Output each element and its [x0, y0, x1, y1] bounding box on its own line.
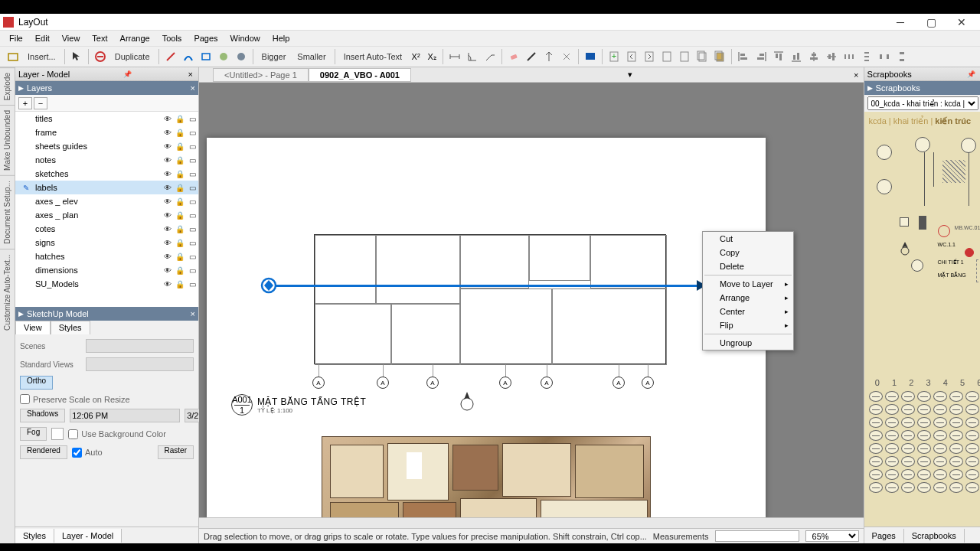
open-icon[interactable] [5, 48, 21, 65]
menu-tools[interactable]: Tools [156, 32, 188, 44]
duplicate-button[interactable]: Duplicate [109, 48, 155, 65]
section-marker-left[interactable] [260, 277, 277, 294]
lock-icon[interactable]: 🔒 [174, 170, 186, 178]
visibility-icon[interactable]: 👁 [162, 115, 174, 123]
scale-symbol[interactable] [869, 417, 883, 428]
scale-symbol[interactable] [933, 430, 947, 441]
layers-sub-close[interactable]: × [191, 83, 195, 93]
scrapbook-dropdown[interactable]: 00_kcda - khai triển : kcda | [867, 96, 978, 110]
scale-symbol[interactable] [965, 417, 979, 428]
page2-icon[interactable] [676, 48, 693, 65]
add-page-icon[interactable]: + [606, 48, 622, 65]
sketchup-sub-close[interactable]: × [191, 309, 195, 318]
visibility-icon[interactable]: 👁 [162, 184, 174, 192]
align-vcenter-icon[interactable] [805, 48, 822, 65]
scale-symbol[interactable] [917, 430, 931, 441]
share-icon[interactable]: ▭ [186, 129, 198, 137]
share-icon[interactable]: ▭ [186, 253, 198, 261]
lock-icon[interactable]: 🔒 [174, 184, 186, 192]
layer-row[interactable]: ✎ titles 👁 🔒 ▭ [15, 112, 198, 126]
remove-layer-button[interactable]: − [34, 97, 47, 109]
scale-symbol[interactable] [917, 456, 931, 467]
doc-tab-close[interactable]: × [849, 70, 863, 80]
scale-symbol[interactable] [965, 456, 979, 467]
select-tool[interactable] [68, 48, 85, 65]
scale-symbol[interactable] [965, 469, 979, 480]
ortho-button[interactable]: Ortho [20, 376, 53, 390]
layer-row[interactable]: ✎ notes 👁 🔒 ▭ [15, 153, 198, 167]
join-icon[interactable] [558, 48, 575, 65]
line-tool[interactable] [162, 48, 179, 65]
dim-linear-icon[interactable] [446, 48, 463, 65]
scrap-sub-header[interactable]: ▶ Scrapbooks × [864, 81, 980, 95]
visibility-icon[interactable]: 👁 [162, 225, 174, 233]
scale-symbol[interactable] [917, 404, 931, 415]
start-presentation-icon[interactable] [582, 48, 599, 65]
minimize-button[interactable]: ─ [885, 15, 916, 30]
scale-symbol[interactable] [885, 469, 899, 480]
share-icon[interactable]: ▭ [186, 225, 198, 233]
gutter-unbounded[interactable]: Make Unbounded [0, 105, 15, 175]
ctx-flip[interactable]: Flip [703, 318, 793, 332]
time-field[interactable] [70, 409, 180, 422]
lock-icon[interactable]: 🔒 [174, 239, 186, 247]
subscript-icon[interactable]: X₂ [424, 48, 439, 65]
menu-pages[interactable]: Pages [188, 32, 224, 44]
layer-row[interactable]: ✎ hatches 👁 🔒 ▭ [15, 249, 198, 263]
scale-symbol[interactable] [869, 443, 883, 454]
add-layer-button[interactable]: + [18, 97, 32, 109]
label-tool-icon[interactable] [482, 48, 498, 65]
scale-symbol[interactable] [885, 404, 899, 415]
fog-button[interactable]: Fog [20, 427, 47, 441]
scale-symbol[interactable] [869, 482, 883, 493]
scale-symbol[interactable] [949, 417, 963, 428]
scale-symbol[interactable] [965, 443, 979, 454]
section-line[interactable] [266, 285, 707, 287]
lock-icon[interactable]: 🔒 [174, 129, 186, 137]
scale-symbol[interactable] [917, 469, 931, 480]
ctx-arrange[interactable]: Arrange [703, 291, 793, 305]
footer-tab-layermodel[interactable]: Layer - Model [54, 529, 122, 543]
scale-symbol[interactable] [901, 443, 915, 454]
lock-icon[interactable]: 🔒 [174, 156, 186, 165]
visibility-icon[interactable]: 👁 [162, 211, 174, 220]
auto-checkbox[interactable]: Auto [72, 448, 103, 458]
scale-symbol[interactable] [917, 482, 931, 493]
autotext-button[interactable]: Insert Auto-Text [338, 48, 407, 65]
insert-button[interactable]: Insert... [22, 48, 61, 65]
align-bottom-icon[interactable] [788, 48, 805, 65]
lock-icon[interactable]: 🔒 [174, 280, 186, 289]
scale-symbol[interactable] [869, 430, 883, 441]
scrapbook-canvas[interactable]: kcda | khai triển | kiến trúc [864, 112, 980, 527]
share-icon[interactable]: ▭ [186, 170, 198, 178]
scale-symbol[interactable] [965, 404, 979, 415]
page3-icon[interactable] [694, 48, 710, 65]
maximize-button[interactable]: ▢ [916, 15, 946, 30]
scrap-panel-header[interactable]: Scrapbooks 📌 × [864, 67, 980, 81]
scale-symbol[interactable] [933, 391, 947, 402]
h-scrollbar[interactable] [199, 517, 864, 528]
scale-symbol[interactable] [949, 469, 963, 480]
visibility-icon[interactable]: 👁 [162, 253, 174, 261]
visibility-icon[interactable]: 👁 [162, 266, 174, 275]
space-v-icon[interactable] [893, 48, 910, 65]
scale-symbol[interactable] [917, 417, 931, 428]
visibility-icon[interactable]: 👁 [162, 197, 174, 206]
lock-icon[interactable]: 🔒 [174, 142, 186, 151]
align-left-icon[interactable] [735, 48, 752, 65]
scale-symbol[interactable] [949, 482, 963, 493]
layer-row[interactable]: ✎ signs 👁 🔒 ▭ [15, 236, 198, 249]
ctx-delete[interactable]: Delete [703, 259, 793, 273]
menu-arrange[interactable]: Arrange [114, 32, 156, 44]
bigger-button[interactable]: Bigger [256, 48, 292, 65]
scale-symbol[interactable] [965, 391, 979, 402]
doc-tab-active[interactable]: 0902_A_VBO - A001 [309, 68, 411, 82]
scale-symbol[interactable] [949, 443, 963, 454]
scale-symbol[interactable] [933, 404, 947, 415]
layer-row[interactable]: ✎ sketches 👁 🔒 ▭ [15, 167, 198, 181]
share-icon[interactable]: ▭ [186, 211, 198, 220]
menu-view[interactable]: View [56, 32, 87, 44]
scale-symbol[interactable] [933, 482, 947, 493]
visibility-icon[interactable]: 👁 [162, 156, 174, 165]
delete-icon[interactable] [92, 48, 109, 65]
